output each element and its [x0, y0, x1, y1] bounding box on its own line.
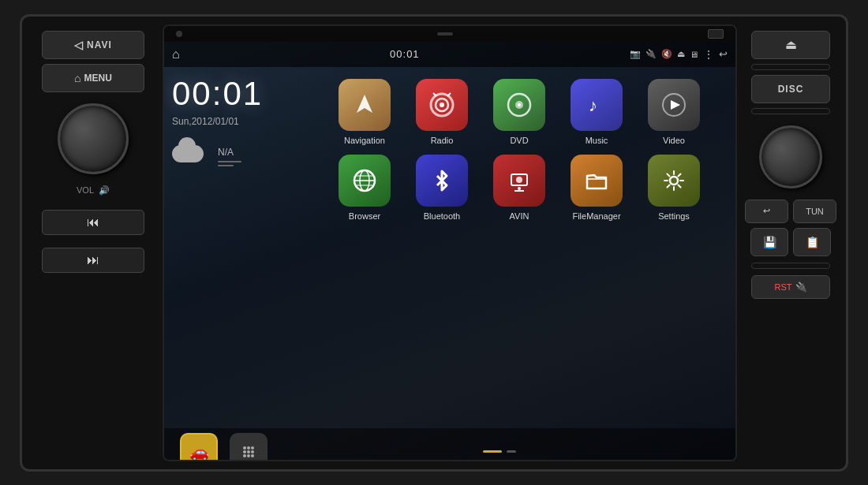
svg-point-8 [518, 103, 521, 106]
status-icons: 📷 🔌 🔇 ⏏ 🖥 ⋮ ↩ [630, 48, 728, 61]
app-filemanager[interactable]: FileManager [562, 155, 631, 221]
svg-line-4 [433, 93, 436, 96]
tuning-knob[interactable] [759, 125, 822, 188]
vol-row: VOL 🔊 [77, 185, 110, 196]
card2-icon: 📋 [806, 236, 819, 248]
camera-icon: 📷 [630, 49, 641, 59]
status-time: 00:01 [390, 48, 420, 60]
svg-point-27 [251, 450, 254, 453]
svg-point-21 [670, 177, 678, 185]
dock-indicator [279, 450, 720, 453]
weather-info: N/A [218, 147, 241, 166]
right-panel: ⏏ DISC ↩ TUN 💾 📋 RST 🔌 [743, 24, 838, 461]
app-dvd[interactable]: DVD [485, 79, 554, 145]
svg-point-29 [247, 454, 250, 457]
weather-widget: N/A [172, 141, 314, 173]
tun-button[interactable]: TUN [793, 200, 836, 223]
back-tun-row: ↩ TUN [745, 200, 836, 223]
eject-status-icon: ⏏ [677, 49, 685, 59]
back-button[interactable]: ↩ [745, 200, 788, 223]
card1-button[interactable]: 💾 [750, 228, 788, 256]
app-music[interactable]: ♪ Music [562, 79, 631, 145]
card1-icon: 💾 [763, 236, 776, 248]
rst-button[interactable]: RST 🔌 [751, 275, 830, 299]
dvd-label: DVD [510, 136, 528, 145]
weather-temp: N/A [218, 147, 241, 158]
svg-point-23 [247, 446, 250, 450]
navigation-label: Navigation [344, 136, 385, 145]
settings-icon-bg [648, 155, 700, 207]
svg-marker-0 [357, 95, 372, 113]
svg-point-3 [440, 103, 444, 107]
navigation-svg [350, 91, 379, 119]
back-icon: ↩ [763, 206, 770, 216]
svg-point-26 [247, 450, 250, 453]
svg-point-30 [251, 454, 254, 457]
clock-date: Sun,2012/01/01 [172, 116, 314, 127]
left-panel: ◁ NAVI ⌂ MENU VOL 🔊 ⏮ ⏭ [30, 24, 156, 461]
mute-icon[interactable]: 🔊 [99, 185, 110, 196]
grid-dots-icon [239, 442, 258, 461]
filemanager-label: FileManager [572, 211, 620, 221]
video-svg [660, 91, 688, 119]
app-video[interactable]: Video [639, 79, 709, 145]
weather-line-2 [218, 165, 234, 166]
radio-icon-bg [416, 79, 468, 131]
car-head-unit: ◁ NAVI ⌂ MENU VOL 🔊 ⏮ ⏭ [20, 14, 848, 472]
app-radio[interactable]: Radio [407, 79, 477, 145]
navi-label: NAVI [87, 39, 112, 50]
prev-button[interactable]: ⏮ [42, 210, 144, 235]
card-row: 💾 📋 [750, 228, 831, 256]
next-button[interactable]: ⏭ [42, 248, 144, 273]
more-icon[interactable]: ⋮ [703, 48, 714, 61]
card-slot [751, 263, 830, 269]
dock-apps-button[interactable] [230, 433, 268, 461]
disc-label: DISC [778, 84, 804, 95]
weather-line-1 [218, 161, 241, 162]
video-label: Video [663, 136, 685, 145]
browser-svg [350, 166, 380, 196]
dock-car-button[interactable]: 🚗 [180, 433, 218, 461]
menu-button[interactable]: ⌂ MENU [42, 64, 144, 92]
eject-icon: ⏏ [785, 37, 797, 52]
radio-label: Radio [431, 136, 454, 145]
radio-svg [427, 90, 457, 120]
navigation-icon-bg [339, 79, 391, 131]
svg-text:♪: ♪ [589, 95, 597, 115]
menu-label: MENU [84, 73, 112, 84]
navi-button[interactable]: ◁ NAVI [42, 31, 144, 59]
disc-slot [751, 64, 830, 70]
app-avin[interactable]: AVIN [485, 155, 554, 221]
browser-icon-bg [339, 155, 391, 207]
filemanager-svg [582, 166, 611, 195]
svg-marker-11 [671, 100, 680, 110]
app-row-2: Browser Bluetooth [330, 155, 728, 221]
clock-time: 00:01 [172, 75, 314, 113]
bottom-dock: 🚗 [164, 428, 735, 461]
avin-label: AVIN [510, 211, 529, 221]
back-status-icon[interactable]: ↩ [719, 48, 728, 60]
app-grid: Navigation [322, 67, 735, 428]
app-settings[interactable]: Settings [639, 155, 709, 221]
volume-knob[interactable] [58, 103, 129, 174]
rst-label: RST [775, 282, 792, 292]
home-icon[interactable]: ⌂ [172, 47, 180, 62]
avin-svg [505, 166, 533, 195]
app-bluetooth[interactable]: Bluetooth [407, 155, 477, 221]
svg-point-24 [251, 446, 254, 450]
weather-lines [218, 161, 241, 166]
disc-button[interactable]: DISC [751, 75, 830, 103]
main-content: 00:01 Sun,2012/01/01 N/A [164, 67, 735, 428]
app-browser[interactable]: Browser [330, 155, 399, 221]
widget-area: 00:01 Sun,2012/01/01 N/A [164, 67, 322, 428]
screen-inner: ⌂ 00:01 📷 🔌 🔇 ⏏ 🖥 ⋮ ↩ 00:01 [164, 42, 735, 461]
audio-icon: 🔇 [661, 49, 672, 59]
eject-button[interactable]: ⏏ [751, 31, 830, 59]
music-label: Music [586, 136, 608, 145]
app-navigation[interactable]: Navigation [330, 79, 399, 145]
top-bar [164, 26, 735, 42]
card2-button[interactable]: 📋 [793, 228, 831, 256]
video-icon-bg [648, 79, 700, 131]
usb-icon: 🔌 [645, 49, 657, 59]
bluetooth-svg [428, 166, 456, 195]
